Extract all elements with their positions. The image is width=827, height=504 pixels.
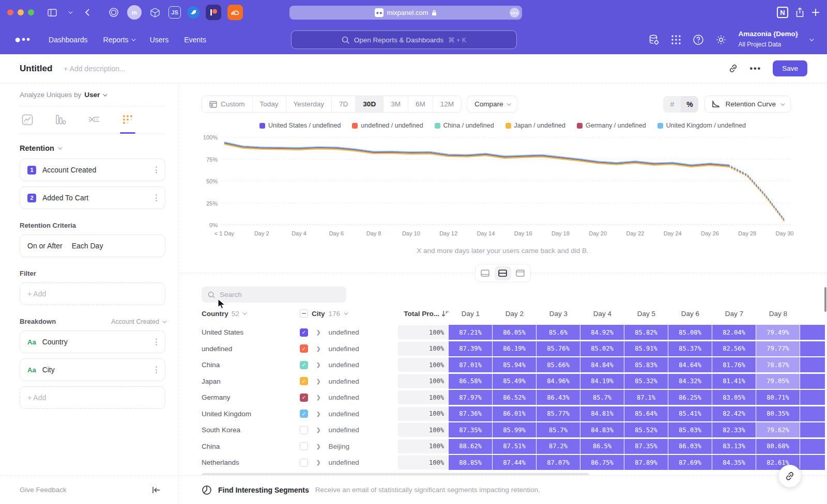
retention-cell[interactable]: 82.56% bbox=[712, 341, 756, 356]
collapse-sidebar-icon[interactable] bbox=[152, 486, 160, 494]
retention-cell[interactable]: 80.71% bbox=[756, 390, 800, 405]
avatar-extension-icon[interactable]: m bbox=[127, 5, 142, 20]
retention-cell[interactable]: 86.19% bbox=[493, 341, 536, 356]
breakdown-country[interactable]: Aa Country bbox=[20, 330, 165, 353]
absolute-values-toggle[interactable]: # bbox=[663, 96, 681, 113]
retention-cell[interactable]: 85.77% bbox=[537, 406, 580, 421]
chart-type-selector[interactable]: Retention Curve bbox=[705, 96, 791, 113]
bird-extension-icon[interactable] bbox=[187, 6, 200, 19]
maximize-window-button[interactable] bbox=[28, 9, 34, 15]
retention-cell[interactable]: 87.07% bbox=[537, 455, 580, 470]
breakdown-city-kebab-icon[interactable] bbox=[156, 365, 158, 375]
js-extension-icon[interactable]: JS bbox=[169, 6, 181, 19]
retention-cell[interactable]: 80.68% bbox=[756, 439, 800, 454]
breakdown-city[interactable]: Aa City bbox=[20, 358, 165, 381]
retention-cell[interactable]: 85.32% bbox=[624, 374, 668, 389]
onepassword-extension-icon[interactable] bbox=[106, 5, 121, 20]
row-checkbox[interactable] bbox=[300, 426, 308, 434]
retention-cell[interactable]: 87.97% bbox=[449, 390, 492, 405]
retention-cell[interactable]: 85.02% bbox=[580, 341, 624, 356]
retention-cell[interactable]: 84.32% bbox=[668, 374, 712, 389]
total-column-header[interactable]: Total Pro... bbox=[398, 310, 449, 318]
retention-cell[interactable]: 83.13% bbox=[712, 439, 756, 454]
global-search[interactable]: Open Reports & Dashboards ⌘ + K bbox=[291, 30, 517, 49]
retention-cell[interactable]: 88.62% bbox=[449, 439, 492, 454]
retention-cell[interactable]: 82.33% bbox=[712, 422, 756, 437]
range-30d[interactable]: 30D bbox=[356, 96, 384, 112]
row-checkbox-checked[interactable]: ✓ bbox=[300, 361, 308, 369]
give-feedback-link[interactable]: Give Feedback bbox=[20, 486, 67, 494]
cube-extension-icon[interactable] bbox=[148, 5, 162, 20]
find-segments-title[interactable]: Find Interesting Segments bbox=[218, 486, 309, 494]
step-2-kebab-icon[interactable] bbox=[156, 193, 158, 203]
row-checkbox-checked[interactable]: ✓ bbox=[300, 393, 308, 402]
retention-cell[interactable]: 86.43% bbox=[537, 390, 580, 405]
expand-row-icon[interactable]: ❯ bbox=[316, 427, 320, 433]
retention-cell[interactable]: 87.89% bbox=[624, 455, 668, 470]
retention-chart[interactable] bbox=[221, 134, 791, 228]
range-7d[interactable]: 7D bbox=[332, 96, 356, 112]
retention-cell[interactable]: 84.92% bbox=[580, 325, 624, 340]
nav-dashboards[interactable]: Dashboards bbox=[49, 36, 88, 44]
vertical-scrollbar-thumb[interactable] bbox=[824, 287, 826, 312]
save-button[interactable]: Save bbox=[773, 60, 807, 76]
expand-row-icon[interactable]: ❯ bbox=[316, 395, 320, 400]
nav-users[interactable]: Users bbox=[150, 36, 169, 44]
retention-cell[interactable]: 88.85% bbox=[449, 455, 492, 470]
range-3m[interactable]: 3M bbox=[384, 96, 408, 112]
view-table-only-icon[interactable] bbox=[512, 266, 529, 280]
tab-insights[interactable] bbox=[22, 114, 33, 133]
expand-row-icon[interactable]: ❯ bbox=[316, 346, 320, 352]
analyze-value[interactable]: User bbox=[84, 91, 100, 99]
retention-cell[interactable]: 82.42% bbox=[712, 406, 756, 421]
nav-events[interactable]: Events bbox=[184, 36, 206, 44]
filter-add-button[interactable]: + Add bbox=[20, 282, 165, 305]
range-custom[interactable]: Custom bbox=[202, 96, 253, 112]
retention-cell[interactable]: 85.49% bbox=[493, 374, 536, 389]
row-checkbox-checked[interactable]: ✓ bbox=[300, 344, 308, 353]
retention-cell[interactable]: 84.96% bbox=[537, 374, 580, 389]
nav-reports[interactable]: Reports bbox=[103, 36, 134, 44]
retention-cell[interactable]: 79.77% bbox=[756, 341, 800, 356]
data-management-icon[interactable] bbox=[648, 34, 660, 45]
retention-step-2[interactable]: 2 Added To Cart bbox=[20, 186, 165, 209]
retention-cell[interactable]: 85.6% bbox=[537, 325, 580, 340]
retention-cell[interactable]: 85.64% bbox=[624, 406, 668, 421]
expand-row-icon[interactable]: ❯ bbox=[316, 379, 320, 384]
compare-button[interactable]: Compare bbox=[467, 96, 518, 113]
retention-cell[interactable]: 86.5% bbox=[580, 439, 624, 454]
tab-funnels[interactable] bbox=[55, 114, 66, 133]
tab-group-chevron-icon[interactable] bbox=[63, 6, 76, 19]
expand-row-icon[interactable]: ❯ bbox=[316, 444, 320, 449]
apps-grid-icon[interactable] bbox=[671, 35, 681, 45]
retention-cell[interactable]: 84.19% bbox=[580, 374, 624, 389]
more-options-icon[interactable]: ••• bbox=[749, 64, 761, 73]
close-window-button[interactable] bbox=[7, 9, 13, 15]
retention-cell[interactable]: 87.51% bbox=[493, 439, 536, 454]
breakdown-add-button[interactable]: + Add bbox=[20, 386, 165, 409]
retention-cell[interactable]: 87.44% bbox=[493, 455, 536, 470]
share-icon[interactable] bbox=[795, 7, 804, 18]
retention-cell[interactable]: 87.21% bbox=[449, 325, 492, 340]
add-description[interactable]: + Add description... bbox=[64, 65, 125, 73]
country-column-header[interactable]: Country 52 bbox=[202, 310, 300, 318]
retention-cell[interactable]: 87.69% bbox=[668, 455, 712, 470]
retention-cell[interactable]: 86.01% bbox=[493, 406, 536, 421]
settings-gear-icon[interactable] bbox=[715, 34, 727, 45]
retention-cell[interactable]: 87.01% bbox=[449, 357, 492, 372]
row-checkbox[interactable] bbox=[300, 459, 308, 467]
retention-cell[interactable]: 87.35% bbox=[449, 422, 492, 437]
row-checkbox-checked[interactable]: ✓ bbox=[300, 328, 308, 337]
criteria-each-day[interactable]: Each Day bbox=[72, 242, 103, 250]
retention-section-title[interactable]: Retention bbox=[20, 144, 54, 152]
criteria-on-or-after[interactable]: On or After bbox=[27, 242, 63, 250]
day-column-header[interactable]: Day 3 bbox=[537, 310, 580, 318]
expand-row-icon[interactable]: ❯ bbox=[316, 460, 320, 465]
retention-cell[interactable]: 85.08% bbox=[668, 325, 712, 340]
day-column-header[interactable]: Day 6 bbox=[668, 310, 712, 318]
retention-cell[interactable]: 86.52% bbox=[493, 390, 536, 405]
retention-cell[interactable]: 85.94% bbox=[493, 357, 536, 372]
soundcloud-extension-icon[interactable] bbox=[227, 5, 243, 20]
retention-cell[interactable]: 87.2% bbox=[537, 439, 580, 454]
row-checkbox-checked[interactable]: ✓ bbox=[300, 410, 308, 418]
